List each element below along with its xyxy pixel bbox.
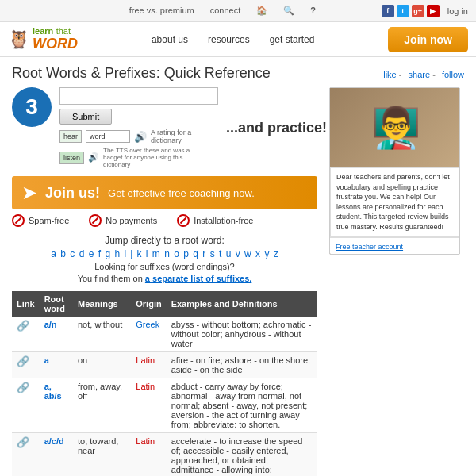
youtube-icon[interactable]: ▶ [427, 5, 440, 17]
root-table: LinkRoot wordMeaningsOriginExamples and … [12, 291, 317, 476]
tts-speaker-icon[interactable]: 🔊 [88, 152, 99, 163]
share-link[interactable]: share [409, 70, 431, 79]
login-link[interactable]: log in [447, 6, 468, 16]
row-examples: abduct - carry away by force; abnormal -… [167, 378, 317, 433]
jump-section: Jump directly to a root word: a b c d e … [12, 235, 317, 283]
top-bar: free vs. premium connect 🏠 🔍 ? f t g+ ▶ … [0, 0, 476, 22]
practice-form: Submit hear word 🔊 A rating for a dictio… [60, 87, 218, 168]
alpha-link-o[interactable]: o [174, 248, 179, 259]
spam-free-label: Spam-free [29, 216, 69, 225]
alpha-link-p[interactable]: p [183, 248, 189, 259]
join-us-text: Join us! [45, 185, 100, 202]
alpha-link-i[interactable]: i [124, 248, 126, 259]
top-nav: free vs. premium connect 🏠 🔍 ? [129, 6, 316, 16]
left-panel: 3 Submit hear word 🔊 A rating for a dict… [12, 87, 317, 476]
alpha-link-t[interactable]: t [219, 248, 221, 259]
alpha-link-u[interactable]: u [226, 248, 232, 259]
row-link-icon[interactable]: 🔗 [12, 317, 40, 352]
practice-input[interactable] [60, 87, 218, 105]
table-header-meanings: Meanings [73, 291, 131, 317]
alpha-link-n[interactable]: n [164, 248, 170, 259]
row-origin: Latin [131, 378, 166, 433]
row-examples: abyss - without bottom; achromatic - wit… [167, 317, 317, 352]
and-practice-text: ...and practice! [226, 120, 327, 136]
right-section: f t g+ ▶ log in [382, 5, 468, 17]
row-root-word[interactable]: a/c/d [40, 433, 73, 477]
alpha-link-w[interactable]: w [244, 248, 251, 259]
suffix-link[interactable]: a separate list of suffixes. [145, 274, 252, 283]
right-panel: 👨‍🏫 Dear teachers and parents, don't let… [329, 87, 464, 476]
benefit-install: Installation-free [177, 214, 253, 227]
nav-connect[interactable]: connect [210, 6, 241, 16]
alpha-link-y[interactable]: y [264, 248, 269, 259]
alpha-link-g[interactable]: g [105, 248, 110, 259]
tts-text: The TTS over these and was a badget for … [103, 147, 198, 168]
alpha-links: a b c d e f g h i j k l m n o p q r s t … [12, 248, 317, 259]
row-root-word[interactable]: a/n [40, 317, 73, 352]
row-link-icon[interactable]: 🔗 [12, 352, 40, 378]
alpha-link-k[interactable]: k [136, 248, 141, 259]
logo: 🦉 learn that WORD [8, 26, 78, 52]
table-header-row: LinkRoot wordMeaningsOriginExamples and … [12, 291, 317, 317]
alpha-link-c[interactable]: c [70, 248, 75, 259]
alpha-link-f[interactable]: f [98, 248, 101, 259]
header: 🦉 learn that WORD about us resources get… [0, 22, 476, 57]
row-origin: Greek [131, 317, 166, 352]
alpha-link-r[interactable]: r [202, 248, 205, 259]
table-header-examples-and-definitions: Examples and Definitions [167, 291, 317, 317]
alpha-link-z[interactable]: z [274, 248, 278, 259]
logo-learnword: learn that [33, 26, 78, 36]
nav-home-icon[interactable]: 🏠 [256, 6, 267, 16]
alpha-link-l[interactable]: l [146, 248, 148, 259]
teacher-link[interactable]: Free teacher account [336, 243, 403, 251]
row-examples: accelerate - to increase the speed of; a… [167, 433, 317, 477]
alpha-link-j[interactable]: j [130, 248, 132, 259]
logo-that: that [56, 26, 71, 36]
alpha-link-b[interactable]: b [60, 248, 66, 259]
submit-button[interactable]: Submit [60, 109, 112, 125]
social-icons: f t g+ ▶ [382, 5, 440, 17]
row-link-icon[interactable]: 🔗 [12, 433, 40, 477]
sep2: - [432, 70, 438, 79]
row-root-word[interactable]: a, ab/s [40, 378, 73, 433]
googleplus-icon[interactable]: g+ [412, 5, 424, 17]
row-origin: Latin [131, 352, 166, 378]
join-banner[interactable]: ➤ Join us! Get effective free coaching n… [12, 176, 317, 209]
row-root-word[interactable]: a [40, 352, 73, 378]
nav-search-icon[interactable]: 🔍 [283, 6, 294, 16]
alpha-link-q[interactable]: q [193, 248, 198, 259]
logo-text: learn that WORD [33, 26, 78, 52]
alpha-link-e[interactable]: e [89, 248, 94, 259]
promo-text: Dear teachers and parents, don't let voc… [330, 167, 459, 237]
listen-label: listen [60, 152, 84, 164]
nav-get-started[interactable]: get started [270, 34, 315, 45]
like-link[interactable]: like [383, 70, 397, 79]
alpha-link-m[interactable]: m [152, 248, 160, 259]
nav-free-premium[interactable]: free vs. premium [129, 6, 194, 16]
nav-about[interactable]: about us [152, 34, 188, 45]
alpha-link-s[interactable]: s [210, 248, 215, 259]
nav-resources[interactable]: resources [208, 34, 250, 45]
join-now-button[interactable]: Join now [388, 27, 468, 52]
main-nav: about us resources get started [152, 34, 314, 45]
alpha-link-h[interactable]: h [114, 248, 120, 259]
nav-help-icon[interactable]: ? [310, 6, 316, 16]
no-install-icon [177, 214, 190, 227]
benefits-row: Spam-free No payments Installation-free [12, 214, 317, 227]
promo-image: 👨‍🏫 Dear teachers and parents, don't let… [329, 87, 460, 255]
alpha-link-d[interactable]: d [79, 248, 85, 259]
alpha-link-x[interactable]: x [255, 248, 260, 259]
facebook-icon[interactable]: f [382, 5, 394, 17]
alpha-link-v[interactable]: v [236, 248, 240, 259]
no-payments-label: No payments [106, 216, 157, 225]
follow-link[interactable]: follow [442, 70, 464, 79]
no-spam-icon [12, 214, 25, 227]
row-link-icon[interactable]: 🔗 [12, 378, 40, 433]
speaker-icon[interactable]: 🔊 [134, 131, 147, 143]
row-examples: afire - on fire; ashore - on the shore; … [167, 352, 317, 378]
alpha-link-a[interactable]: a [51, 248, 56, 259]
twitter-icon[interactable]: t [397, 5, 409, 17]
step3-box: 3 Submit hear word 🔊 A rating for a dict… [12, 87, 317, 168]
row-meaning: on [73, 352, 131, 378]
row-meaning: to, toward, near [73, 433, 131, 477]
